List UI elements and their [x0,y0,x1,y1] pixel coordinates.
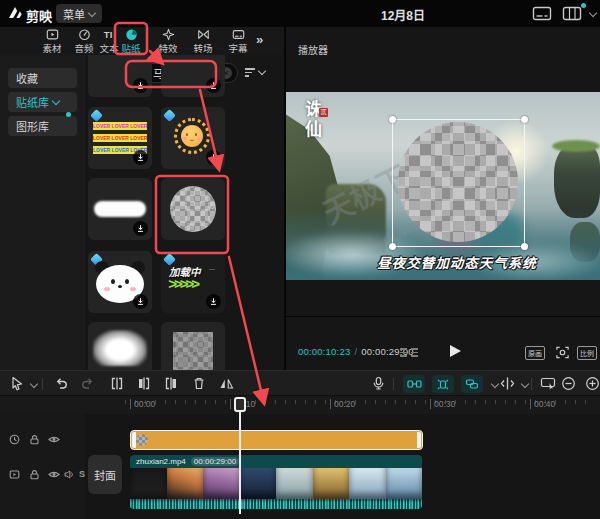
sticker-tile-panda[interactable] [88,251,152,313]
mosaic-clip-icon [136,434,148,446]
sticker-tile-brush-stroke[interactable] [88,178,152,240]
resize-handle-br[interactable] [521,243,528,250]
tab-transitions[interactable]: 转场 [186,28,220,55]
sticker-tile-cloud[interactable] [88,322,152,370]
redo-icon[interactable] [80,376,95,391]
zoom-in-icon[interactable] [585,376,600,391]
mirror-icon[interactable] [219,376,234,391]
app-name: 剪映 [26,6,52,25]
solo-track-label[interactable]: S [79,469,85,479]
filter-button[interactable] [245,66,265,79]
zoom-out-icon[interactable] [561,376,576,391]
sticker-panel: 商店 × LOVER LOVER LOVER LOVER LOVER LOVER… [85,55,284,370]
layout-panel-icon[interactable] [562,6,582,21]
sticker-clip[interactable] [130,430,423,450]
sticker-selection-box[interactable] [392,119,525,247]
sun-face [181,125,203,147]
floating-island [554,144,600,218]
cover-button[interactable]: 封面 [88,455,122,494]
chevron-down-icon[interactable] [491,380,499,388]
sticker-tile-lover[interactable]: LOVER LOVER LOVER LOVER LOVER LOVER LOVE… [88,107,152,169]
playhead-line[interactable] [239,408,241,514]
record-voiceover-icon[interactable] [371,376,386,391]
tab-sticker[interactable]: 贴纸 [114,28,148,55]
aspect-ratio-button[interactable]: 比例 [577,346,597,360]
delete-left-icon[interactable] [137,376,151,391]
preview-axis-icon[interactable] [500,376,515,391]
chevron-down-icon[interactable] [30,380,38,388]
vip-diamond-icon [90,109,103,122]
sticker-tile[interactable] [161,55,225,97]
sticker-tile-mosaic-square[interactable] [161,322,225,370]
captions-icon [231,28,246,41]
video-preview[interactable]: 天极下载站 down.yesky.com 诛仙 贰 昼夜交替加动态天气系统 [286,92,600,280]
chevron-down-icon [88,8,96,16]
video-filmstrip [130,468,422,499]
current-time: 00:00:10:23 [298,346,350,357]
clip-trim-handle-right[interactable] [417,432,421,448]
timeline-ruler[interactable]: 00:00 00:10 00:20 00:30 00:40 [0,396,600,414]
sticker-tile-mosaic-circle[interactable] [161,178,225,240]
cloud-thumb [93,330,147,366]
effects-icon [161,28,176,41]
sidebar-item-sticker-library[interactable]: 贴纸库 [8,92,77,112]
download-icon[interactable] [206,294,221,309]
auto-snap-button[interactable] [432,375,454,393]
tab-media[interactable]: 素材 [35,28,69,55]
split-icon[interactable] [110,376,124,391]
tab-captions[interactable]: 字幕 [221,28,255,55]
subtitle-panel-icon[interactable] [532,6,552,21]
quality-button[interactable]: 原画 [525,346,545,360]
lock-icon[interactable] [29,469,40,480]
mosaic-square-thumb [173,332,213,370]
title-bar: 剪映 菜单 12月8日 [0,0,600,27]
chevron-down-icon [258,67,266,75]
new-badge-dot [66,112,71,117]
sticker-tile-sun[interactable] [161,107,225,169]
sidebar-item-graphics-library[interactable]: 图形库 [8,116,77,136]
download-icon[interactable] [133,78,148,93]
download-icon[interactable] [133,221,148,236]
svg-text:TI: TI [103,29,111,40]
download-icon[interactable] [133,150,148,165]
mute-icon[interactable] [64,469,75,480]
resize-handle-tl[interactable] [389,116,396,123]
play-button[interactable] [450,345,461,357]
chevron-down-icon[interactable] [521,380,529,388]
ruler-label: 00:00 [130,399,155,409]
fullscreen-focus-icon[interactable] [555,345,570,360]
undo-icon[interactable] [54,376,69,391]
timeline-tracks: S 封面 zhuxian2.mp4 00:00:29:00 [0,414,600,519]
frame-list-icon[interactable] [400,348,418,359]
resize-handle-bl[interactable] [389,243,396,250]
lock-icon[interactable] [29,434,40,445]
chevron-down-icon[interactable] [589,9,597,17]
timeline-view-icon[interactable] [540,376,556,391]
select-tool-icon[interactable] [10,376,24,391]
sidebar-item-favorites[interactable]: 收藏 [8,68,77,88]
sticker-tile[interactable] [88,55,152,97]
player-header: 播放器 [298,42,328,57]
more-tabs-button[interactable]: » [256,32,263,47]
delete-right-icon[interactable] [164,376,178,391]
playhead-handle[interactable] [234,397,246,412]
trash-icon[interactable] [192,376,206,391]
tab-effects[interactable]: 特效 [151,28,185,55]
download-icon[interactable] [206,78,221,93]
eye-icon[interactable] [48,434,60,445]
video-clip-duration: 00:00:29:00 [191,457,239,466]
download-icon[interactable] [133,294,148,309]
video-clip[interactable]: zhuxian2.mp4 00:00:29:00 [130,455,422,509]
resize-handle-tr[interactable] [521,116,528,123]
menu-button[interactable]: 菜单 [56,4,102,23]
vip-diamond-icon [163,109,176,122]
main-track-magnet-button[interactable] [403,375,425,393]
download-icon[interactable] [206,150,221,165]
ruler-label: 00:40 [530,399,555,409]
ruler-label: 00:30 [430,399,455,409]
linkage-button[interactable] [461,375,483,393]
sticker-tile-loading[interactable]: 加载中 ... >>>>> [161,251,225,313]
video-track-icon [9,469,20,480]
eye-icon[interactable] [48,469,60,480]
player-divider [286,316,600,317]
